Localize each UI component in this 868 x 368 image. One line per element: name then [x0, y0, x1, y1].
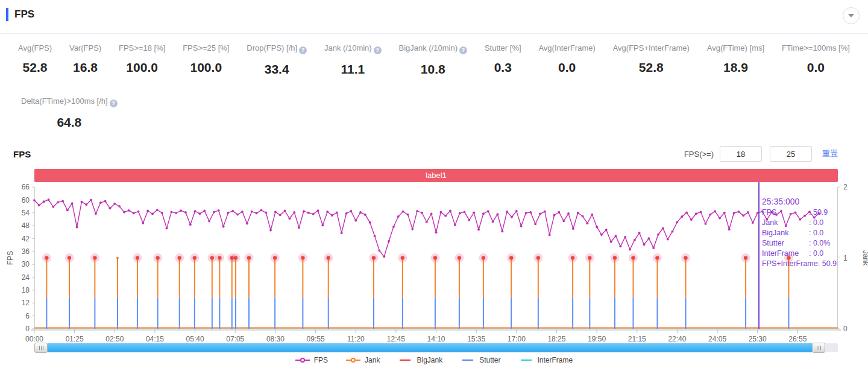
- stat-value: 0.0: [782, 60, 850, 75]
- chart-title: FPS: [13, 149, 31, 159]
- stat-column: FPS>=25 [%]100.0: [183, 43, 229, 77]
- svg-text:36: 36: [22, 247, 30, 256]
- legend-item-interframe[interactable]: InterFrame: [519, 356, 573, 364]
- svg-text:FPS: FPS: [6, 251, 14, 265]
- svg-text:0: 0: [25, 325, 30, 333]
- tooltip-row-value: : 0.0%: [809, 239, 830, 247]
- legend-item-jank[interactable]: Jank: [346, 356, 380, 364]
- fps-filter-label: FPS(>=): [684, 150, 714, 159]
- legend-label: Jank: [365, 356, 380, 364]
- tooltip-row: FPS: 50.9: [762, 208, 864, 218]
- scrollbar-handle-left[interactable]: [34, 343, 48, 353]
- collapse-button[interactable]: [843, 7, 860, 24]
- stat-label: Avg(FPS): [18, 43, 52, 52]
- stat-value: 16.8: [69, 60, 101, 75]
- chart-range-scrollbar: [34, 343, 838, 353]
- svg-text:11:20: 11:20: [347, 335, 365, 343]
- stat-label: Jank (/10min)?: [324, 43, 382, 54]
- stat-label: Delta(FTime)>100ms [/h]?: [21, 97, 118, 107]
- fps-min-input[interactable]: [720, 146, 762, 162]
- svg-text:0: 0: [843, 325, 848, 333]
- stat-label: Var(FPS): [69, 43, 101, 52]
- stat-value: 52.8: [613, 60, 690, 75]
- stat-label: Avg(InterFrame): [538, 43, 595, 52]
- svg-text:48: 48: [22, 221, 30, 230]
- stat-value: 18.9: [707, 60, 764, 75]
- stat-column: Avg(FPS+InterFrame)52.8: [613, 43, 690, 77]
- help-icon[interactable]: ?: [459, 46, 467, 54]
- stat-column: Jank (/10min)?11.1: [324, 43, 382, 77]
- stat-value: 52.8: [18, 60, 52, 75]
- stat-column: FPS>=18 [%]100.0: [119, 43, 165, 77]
- legend-item-bigjank[interactable]: BigJank: [398, 356, 442, 364]
- legend-item-stutter[interactable]: Stutter: [461, 356, 500, 364]
- svg-text:05:40: 05:40: [186, 335, 204, 343]
- svg-text:07:05: 07:05: [226, 335, 244, 343]
- legend-stutter-icon: [461, 357, 475, 363]
- svg-text:00:00: 00:00: [25, 335, 43, 343]
- legend-label: Stutter: [479, 356, 500, 364]
- reset-link[interactable]: 重置: [822, 148, 838, 159]
- fps-panel: FPS Avg(FPS)52.8Var(FPS)16.8FPS>=18 [%]1…: [0, 0, 868, 368]
- legend-label: BigJank: [417, 356, 442, 364]
- svg-text:18:25: 18:25: [547, 335, 565, 343]
- legend-fps-icon: [295, 357, 310, 363]
- svg-text:42: 42: [22, 235, 30, 243]
- stat-column: BigJank (/10min)?10.8: [399, 43, 468, 77]
- legend-label: InterFrame: [538, 356, 573, 364]
- svg-text:22:40: 22:40: [668, 335, 686, 343]
- svg-text:12:45: 12:45: [387, 335, 405, 343]
- svg-text:09:55: 09:55: [307, 335, 325, 343]
- fps-max-input[interactable]: [770, 146, 812, 162]
- stat-label: FTime>=100ms [%]: [782, 43, 850, 52]
- stat-label: Stutter [%]: [485, 43, 521, 52]
- tooltip-row: BigJank: 0.0: [762, 228, 864, 238]
- legend-item-fps[interactable]: FPS: [295, 356, 328, 364]
- scrollbar-bar[interactable]: [48, 343, 812, 352]
- svg-text:12: 12: [22, 299, 30, 307]
- stat-label: BigJank (/10min)?: [399, 43, 468, 54]
- stats-row-2: Delta(FTime)>100ms [/h]?64.8: [21, 97, 118, 130]
- svg-text:30: 30: [22, 260, 30, 268]
- stat-column: Avg(FTime) [ms]18.9: [707, 43, 764, 77]
- stat-value: 64.8: [21, 115, 118, 130]
- tooltip-time: 25:35:000: [762, 196, 864, 208]
- svg-text:01:25: 01:25: [66, 335, 84, 343]
- scrollbar-handle-right[interactable]: [812, 343, 825, 353]
- stat-column: Delta(FTime)>100ms [/h]?64.8: [21, 97, 118, 130]
- tooltip-row-label: Stutter: [762, 238, 809, 249]
- tooltip-row-label: BigJank: [762, 228, 809, 238]
- header-divider: [0, 33, 868, 34]
- stat-value: 100.0: [183, 60, 229, 75]
- legend-interframe-icon: [519, 357, 533, 363]
- stat-value: 11.1: [324, 62, 382, 77]
- svg-text:24: 24: [22, 273, 30, 282]
- svg-text:21:15: 21:15: [628, 335, 646, 343]
- help-icon[interactable]: ?: [374, 46, 382, 54]
- tooltip-row: Jank: 0.0: [762, 218, 864, 228]
- tooltip-row-label: FPS: [762, 208, 809, 218]
- svg-text:19:50: 19:50: [588, 335, 606, 343]
- chart-tooltip: 25:35:000 FPS: 50.9Jank: 0.0BigJank: 0.0…: [762, 196, 864, 269]
- help-icon[interactable]: ?: [299, 46, 307, 54]
- svg-text:26:55: 26:55: [788, 335, 807, 343]
- chevron-down-icon: [848, 14, 854, 17]
- svg-text:02:50: 02:50: [105, 335, 124, 343]
- help-icon[interactable]: ?: [110, 100, 118, 107]
- legend-bigjank-icon: [398, 357, 412, 363]
- tooltip-row: FPS+InterFrame: 50.9: [762, 259, 864, 269]
- tooltip-row-label: Jank: [762, 218, 809, 228]
- fps-chart[interactable]: 0612182430364248546066012FPSJank00:0001:…: [34, 187, 838, 329]
- stat-column: FTime>=100ms [%]0.0: [782, 43, 850, 77]
- tooltip-row-value: : 0.0: [809, 229, 823, 237]
- stat-label: Avg(FTime) [ms]: [707, 43, 764, 52]
- svg-text:60: 60: [22, 196, 30, 205]
- tooltip-row: InterFrame: 0.0: [762, 249, 864, 259]
- stat-label: FPS>=18 [%]: [119, 43, 165, 52]
- stat-label: Avg(FPS+InterFrame): [613, 43, 690, 52]
- chart-controls: FPS(>=) 重置: [684, 145, 838, 162]
- stat-label: Drop(FPS) [/h]?: [247, 43, 307, 54]
- tooltip-row-value: : 0.0: [809, 249, 823, 258]
- svg-text:08:30: 08:30: [266, 335, 285, 343]
- stat-value: 33.4: [247, 62, 307, 77]
